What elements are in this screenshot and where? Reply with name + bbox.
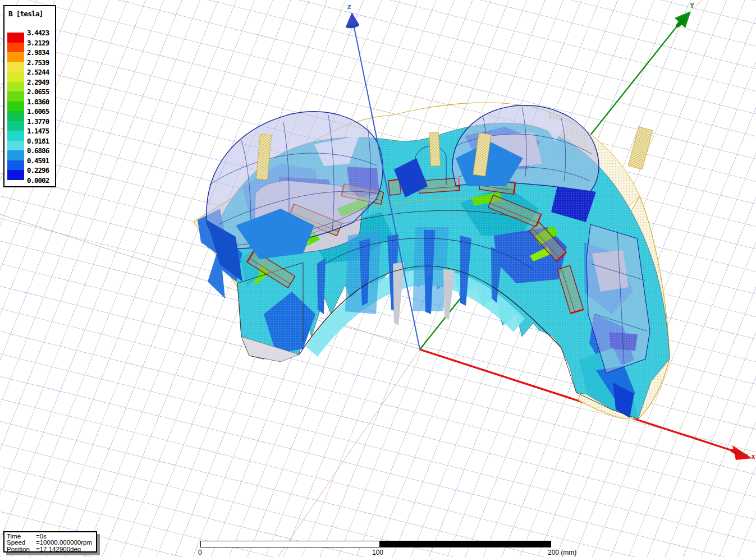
y-axis-label: Y (690, 2, 694, 10)
status-value: =0s (36, 533, 47, 540)
legend-color-band (7, 43, 24, 53)
legend-color-band (7, 141, 24, 151)
simulation-status-box: Time=0s Speed=10000.000000rpm Position=1… (3, 531, 97, 553)
legend-value: 1.3770 (27, 117, 56, 127)
scale-ruler (200, 541, 551, 547)
legend-value: 2.0655 (27, 87, 56, 97)
legend-value: 0.0002 (27, 176, 56, 186)
legend-color-band (7, 91, 24, 102)
legend-value: 2.7539 (27, 58, 56, 68)
legend-value: 0.6886 (27, 146, 56, 156)
legend-value: 0.2296 (27, 165, 56, 176)
legend-value: 0.9181 (27, 136, 56, 146)
legend-value: 1.6065 (27, 107, 56, 117)
legend-value: 1.8360 (27, 97, 56, 107)
3d-viewport[interactable]: z Y x B [tesla] 3.4423 3.2129 2.9834 2.7… (0, 0, 756, 557)
status-label: Speed (7, 540, 36, 546)
status-value: =10000.000000rpm (36, 539, 92, 546)
legend-color-band (7, 62, 24, 72)
legend-color-band (7, 52, 24, 62)
legend-value: 2.2949 (27, 77, 56, 88)
status-row-position: Position=17.142900deg (7, 546, 96, 553)
legend-value: 0.4591 (27, 156, 56, 166)
legend-color-band (7, 33, 24, 43)
legend-value: 1.1475 (27, 126, 56, 136)
legend-color-band (7, 150, 24, 160)
legend-value: 2.9834 (27, 48, 56, 58)
scale-tick-0: 0 (198, 549, 202, 556)
y-axis-negative-line (278, 349, 420, 557)
legend-color-band (7, 102, 24, 112)
legend-color-band (7, 72, 24, 82)
scale-ruler-segment-white (201, 541, 379, 547)
scale-tick-100: 100 (372, 549, 383, 556)
legend-color-band (7, 111, 24, 121)
legend-colorbar (7, 33, 24, 180)
scale-ruler-segment-black (379, 541, 551, 547)
scale-tick-200: 200 (mm) (548, 549, 576, 556)
model-scene: z Y x (0, 0, 756, 557)
legend-color-band (7, 121, 24, 131)
z-axis-label: z (347, 3, 351, 11)
legend-title: B [tesla] (8, 10, 43, 18)
legend-value: 3.4423 (27, 28, 56, 38)
legend-color-band (7, 160, 24, 171)
status-label: Position (7, 546, 36, 553)
legend-value: 2.5244 (27, 67, 56, 77)
field-legend: B [tesla] 3.4423 3.2129 2.9834 2.7539 2.… (3, 5, 56, 187)
status-value: =17.142900deg (36, 546, 81, 553)
legend-color-band (7, 131, 24, 141)
legend-color-band (7, 82, 24, 92)
legend-value: 3.2129 (27, 38, 56, 48)
x-axis-label: x (751, 453, 755, 461)
legend-color-band (7, 170, 24, 180)
